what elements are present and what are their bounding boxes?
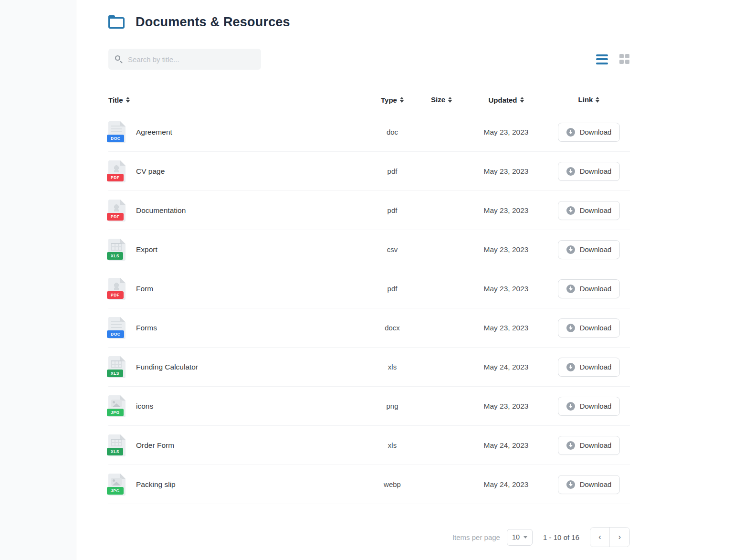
file-updated-cell: May 23, 2023	[464, 206, 548, 215]
file-type-icon: DOC	[108, 317, 126, 339]
file-type-cell: xls	[366, 441, 419, 449]
table-row: XLS Order Form xls May 24, 2023 Download	[108, 426, 630, 465]
column-label: Updated	[489, 96, 517, 104]
download-icon	[566, 441, 575, 450]
file-type-icon: XLS	[108, 434, 126, 456]
items-per-page-value: 10	[512, 533, 520, 541]
file-type-badge: PDF	[107, 213, 124, 221]
file-type-badge: DOC	[107, 330, 124, 338]
download-icon	[566, 245, 575, 254]
sort-icon	[126, 97, 130, 103]
file-title: Forms	[136, 324, 157, 332]
file-type-badge: XLS	[107, 370, 123, 377]
file-type-badge: DOC	[107, 135, 124, 142]
prev-page-button[interactable]: ‹	[590, 528, 610, 547]
table-row: PDF Form pdf May 23, 2023 Download	[108, 269, 630, 308]
download-icon	[566, 480, 575, 489]
sort-icon	[448, 97, 452, 103]
download-button[interactable]: Download	[558, 475, 620, 494]
download-button[interactable]: Download	[558, 436, 620, 455]
column-header-link[interactable]: Link	[548, 95, 630, 104]
view-toggles	[596, 54, 630, 64]
file-title: Packing slip	[136, 480, 176, 489]
file-updated-cell: May 23, 2023	[464, 285, 548, 293]
download-icon	[566, 402, 575, 411]
file-title: Order Form	[136, 441, 174, 450]
list-view-icon[interactable]	[596, 54, 608, 64]
download-button[interactable]: Download	[558, 397, 620, 416]
file-type-cell: pdf	[366, 285, 419, 293]
download-icon	[566, 285, 575, 293]
file-updated-cell: May 23, 2023	[464, 128, 548, 137]
next-page-button[interactable]: ›	[610, 528, 629, 547]
column-header-type[interactable]: Type	[366, 96, 419, 104]
file-title: Form	[136, 285, 153, 293]
page-title: Documents & Resources	[136, 15, 290, 30]
file-type-icon: XLS	[108, 356, 126, 378]
column-header-updated[interactable]: Updated	[464, 96, 548, 104]
download-button[interactable]: Download	[558, 318, 620, 338]
download-button[interactable]: Download	[558, 279, 620, 298]
chevron-left-icon: ‹	[598, 533, 601, 541]
items-per-page-select[interactable]: 10	[507, 529, 533, 546]
download-icon	[566, 363, 575, 371]
file-title: icons	[136, 402, 153, 411]
download-button[interactable]: Download	[558, 240, 620, 259]
file-title: Agreement	[136, 128, 172, 137]
download-icon	[566, 324, 575, 332]
download-button[interactable]: Download	[558, 358, 620, 377]
table-row: JPG icons png May 23, 2023 Download	[108, 387, 630, 426]
table-row: XLS Export csv May 23, 2023 Download	[108, 230, 630, 269]
grid-view-icon[interactable]	[619, 54, 630, 64]
toolbar	[108, 49, 630, 70]
table-row: JPG Packing slip webp May 24, 2023 Downl…	[108, 465, 630, 504]
page-range-text: 1 - 10 of 16	[543, 533, 579, 541]
documents-page: Documents & Resources Title Type	[76, 0, 733, 560]
pagination: Items per page 10 1 - 10 of 16 ‹ ›	[108, 527, 630, 547]
file-type-badge: XLS	[107, 252, 123, 260]
column-header-size[interactable]: Size	[419, 95, 464, 104]
download-button[interactable]: Download	[558, 201, 620, 220]
file-type-cell: pdf	[366, 206, 419, 214]
download-button[interactable]: Download	[558, 123, 620, 142]
download-icon	[566, 128, 575, 137]
pager: ‹ ›	[590, 527, 630, 547]
file-type-badge: XLS	[107, 448, 123, 455]
file-type-icon: DOC	[108, 121, 126, 143]
file-type-icon: PDF	[108, 278, 126, 300]
table-header-row: Title Type Size Updated	[108, 87, 630, 113]
file-type-cell: png	[366, 402, 419, 410]
page-header: Documents & Resources	[108, 11, 733, 32]
file-type-badge: PDF	[107, 291, 124, 299]
file-updated-cell: May 23, 2023	[464, 324, 548, 332]
search-input[interactable]	[128, 55, 252, 63]
sort-icon	[400, 97, 404, 103]
sort-icon	[520, 97, 524, 103]
download-button[interactable]: Download	[558, 162, 620, 181]
file-title: Funding Calculator	[136, 363, 198, 371]
column-label: Title	[108, 96, 123, 104]
file-type-icon: PDF	[108, 200, 126, 222]
download-label: Download	[580, 128, 612, 136]
download-icon	[566, 206, 575, 215]
chevron-right-icon: ›	[618, 533, 621, 541]
file-type-icon: PDF	[108, 160, 126, 182]
file-type-badge: JPG	[107, 487, 124, 495]
search-icon	[115, 55, 123, 63]
file-updated-cell: May 23, 2023	[464, 167, 548, 176]
file-type-cell: xls	[366, 363, 419, 371]
column-header-title[interactable]: Title	[108, 96, 130, 104]
download-label: Download	[580, 402, 612, 410]
items-per-page-label: Items per page	[452, 533, 500, 541]
file-type-badge: JPG	[107, 409, 124, 416]
caret-down-icon	[524, 536, 527, 539]
table-row: DOC Forms docx May 23, 2023 Download	[108, 308, 630, 348]
file-updated-cell: May 23, 2023	[464, 245, 548, 254]
download-label: Download	[580, 285, 612, 293]
download-label: Download	[580, 441, 612, 449]
file-type-cell: webp	[366, 480, 419, 488]
download-label: Download	[580, 324, 612, 332]
search-box[interactable]	[108, 49, 261, 70]
column-label: Link	[578, 95, 593, 104]
file-title: CV page	[136, 167, 165, 176]
